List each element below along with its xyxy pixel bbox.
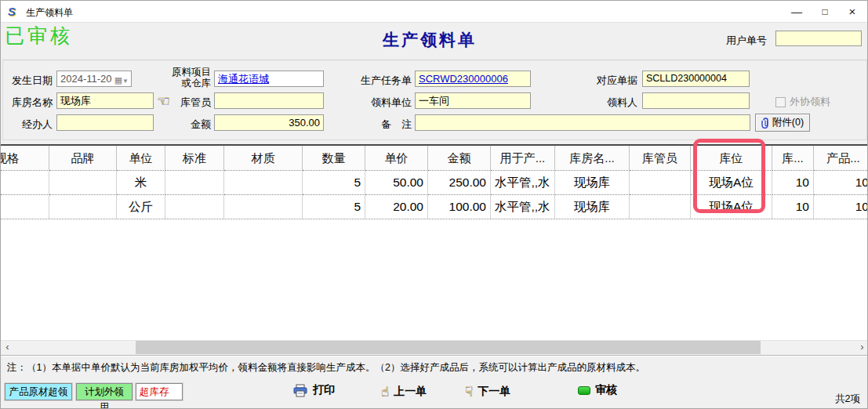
hand-up-icon: ☝ bbox=[381, 383, 389, 400]
attachment-button[interactable]: 附件(0) bbox=[755, 114, 810, 132]
next-doc-button[interactable]: ☟ 下一单 bbox=[465, 383, 510, 400]
footer-note: 注：（1）本单据中单价默认为当前库房加权平均价，领料金额将直接影响生产成本。（2… bbox=[7, 361, 645, 375]
table-row[interactable]: 公斤520.00100.00水平管,,水现场库现场A位1010 bbox=[1, 194, 868, 219]
header-cell[interactable]: 用于产... bbox=[491, 146, 555, 170]
overstock-label: 超库存 bbox=[140, 386, 169, 397]
amount-field[interactable]: 350.00 bbox=[214, 114, 324, 131]
outsourcing-checkbox-row: 外协领料 bbox=[775, 95, 830, 109]
audit-button[interactable]: 审核 bbox=[578, 383, 617, 397]
over-requisition-toggle[interactable]: 产品原材超领 bbox=[5, 383, 72, 400]
page-title: 生产领料单 bbox=[383, 29, 477, 51]
requisition-unit-field[interactable]: 一车间 bbox=[415, 92, 531, 109]
material-project-link[interactable]: 海通花语城 bbox=[218, 73, 269, 85]
minimize-button[interactable]: — bbox=[783, 1, 810, 23]
unplanned-use-toggle[interactable]: 计划外领用 bbox=[76, 383, 133, 400]
table-cell[interactable]: 米 bbox=[117, 170, 165, 194]
table-cell[interactable]: 10 bbox=[772, 194, 814, 219]
grid-header: 规格品牌单位标准材质数量单价金额用于产...库房名...库管员库位库...产品.… bbox=[1, 146, 868, 170]
next-doc-label: 下一单 bbox=[478, 385, 510, 399]
header-cell[interactable]: 金额 bbox=[428, 146, 491, 170]
table-cell[interactable] bbox=[224, 194, 303, 219]
table-cell[interactable]: 5 bbox=[303, 194, 365, 219]
header-cell[interactable]: 标准 bbox=[165, 146, 224, 170]
remark-input[interactable] bbox=[415, 114, 750, 131]
header-cell[interactable]: 库位 bbox=[691, 146, 772, 170]
audited-stamp: 已审核 bbox=[5, 23, 73, 49]
table-cell[interactable] bbox=[165, 170, 224, 194]
scrollbar-thumb[interactable] bbox=[136, 341, 761, 354]
table-cell[interactable]: 10 bbox=[814, 170, 868, 194]
header-cell[interactable]: 材质 bbox=[224, 146, 303, 170]
material-project-field[interactable]: 海通花语城 bbox=[214, 71, 324, 87]
warehouse-name-value: 现场库 bbox=[60, 95, 91, 107]
attachment-label: 附件(0) bbox=[772, 116, 804, 129]
corresponding-doc-field[interactable]: SCLLD230000004 bbox=[642, 71, 750, 87]
corresponding-doc-value: SCLLD230000004 bbox=[646, 73, 727, 84]
print-button[interactable]: 打印 bbox=[292, 383, 335, 397]
outsourcing-checkbox[interactable] bbox=[775, 97, 786, 107]
header-cell[interactable]: 单位 bbox=[117, 146, 165, 170]
header-cell[interactable]: 单价 bbox=[365, 146, 428, 170]
production-task-field[interactable]: SCRWD230000006 bbox=[415, 71, 531, 87]
production-task-link[interactable]: SCRWD230000006 bbox=[419, 73, 508, 85]
user-doc-no-input[interactable] bbox=[775, 31, 862, 46]
table-cell[interactable]: 100.00 bbox=[428, 194, 491, 219]
header-cell[interactable]: 库房名... bbox=[555, 146, 630, 170]
handler-input[interactable] bbox=[56, 114, 154, 131]
scroll-left-arrow[interactable]: ‹ bbox=[1, 341, 14, 354]
header-cell[interactable]: 库... bbox=[772, 146, 814, 170]
keeper-input[interactable] bbox=[214, 92, 324, 109]
table-cell[interactable]: 5 bbox=[303, 170, 365, 194]
production-task-label: 生产任务单 bbox=[352, 74, 412, 88]
table-cell[interactable]: 250.00 bbox=[428, 170, 491, 194]
maximize-button[interactable]: □ bbox=[812, 1, 838, 23]
table-cell[interactable] bbox=[49, 194, 117, 219]
table-cell[interactable]: 20.00 bbox=[365, 194, 428, 219]
outsourcing-label: 外协领料 bbox=[790, 95, 830, 109]
table-cell[interactable] bbox=[630, 170, 691, 194]
hand-down-icon: ☟ bbox=[465, 383, 473, 400]
table-cell[interactable] bbox=[49, 170, 117, 194]
table-cell[interactable]: 现场A位 bbox=[691, 170, 772, 194]
header-cell[interactable]: 数量 bbox=[303, 146, 365, 170]
warehouse-name-field[interactable]: 现场库 bbox=[56, 92, 154, 109]
requisition-unit-value: 一车间 bbox=[419, 95, 449, 107]
previous-doc-label: 上一单 bbox=[394, 385, 427, 399]
header-cell[interactable]: 库管员 bbox=[630, 146, 691, 170]
table-cell[interactable] bbox=[224, 170, 303, 194]
table-cell[interactable]: 水平管,,水 bbox=[491, 194, 555, 219]
header-cell[interactable]: 品牌 bbox=[49, 146, 117, 170]
table-cell[interactable]: 现场库 bbox=[555, 170, 630, 194]
paperclip-icon bbox=[761, 117, 770, 128]
scroll-right-arrow[interactable]: › bbox=[855, 341, 868, 354]
audit-label: 审核 bbox=[595, 383, 617, 397]
close-button[interactable]: × bbox=[839, 1, 866, 23]
table-cell[interactable] bbox=[1, 170, 49, 194]
header-cell[interactable]: 产品... bbox=[814, 146, 868, 170]
horizontal-scrollbar[interactable]: ‹ › bbox=[1, 340, 868, 353]
table-cell[interactable]: 10 bbox=[814, 194, 868, 219]
material-project-label: 原料项目 或仓库 bbox=[169, 67, 211, 89]
amount-value: 350.00 bbox=[289, 117, 320, 128]
calendar-icon[interactable]: ▦▼ bbox=[114, 73, 129, 87]
table-cell[interactable]: 水平管,,水 bbox=[491, 170, 555, 194]
unplanned-use-label: 计划外领用 bbox=[85, 386, 124, 409]
table-cell[interactable]: 公斤 bbox=[117, 194, 165, 219]
header-cell[interactable]: 规格 bbox=[1, 146, 49, 170]
table-cell[interactable]: 现场库 bbox=[555, 194, 630, 219]
overstock-toggle[interactable]: 超库存 bbox=[136, 383, 183, 400]
table-row[interactable]: 米550.00250.00水平管,,水现场库现场A位1010 bbox=[1, 170, 868, 194]
warehouse-name-label: 库房名称 bbox=[1, 96, 53, 110]
table-cell[interactable] bbox=[165, 194, 224, 219]
issue-date-label: 发生日期 bbox=[1, 74, 53, 88]
table-cell[interactable]: 50.00 bbox=[365, 170, 428, 194]
table-cell[interactable] bbox=[630, 194, 691, 219]
corresponding-doc-label: 对应单据 bbox=[583, 74, 637, 88]
issue-date-picker[interactable]: 2024-11-20 ▦▼ bbox=[56, 71, 132, 87]
table-cell[interactable]: 现场A位 bbox=[691, 194, 772, 219]
previous-doc-button[interactable]: ☝ 上一单 bbox=[381, 383, 427, 400]
table-cell[interactable]: 10 bbox=[772, 170, 814, 194]
table-cell[interactable] bbox=[1, 194, 49, 219]
note-bar: 注：（1）本单据中单价默认为当前库房加权平均价，领料金额将直接影响生产成本。（2… bbox=[1, 355, 868, 376]
picker-input[interactable] bbox=[642, 92, 750, 109]
